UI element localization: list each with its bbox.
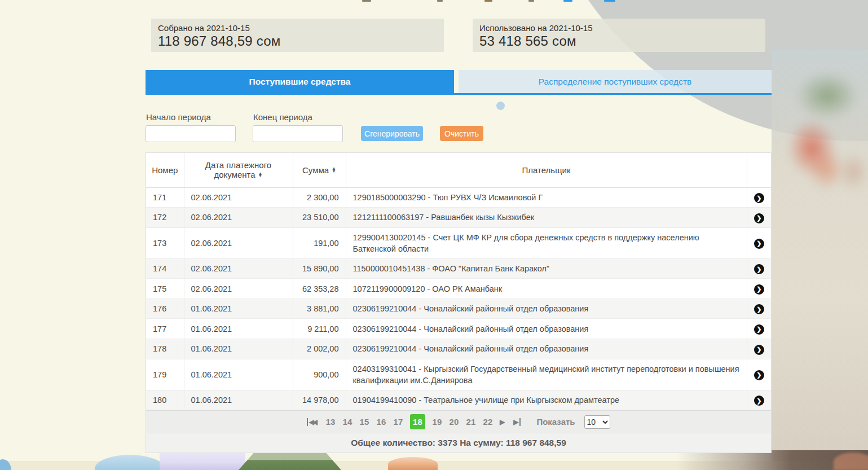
row-detail-button[interactable]: ❯	[754, 213, 764, 223]
period-start-label: Начало периода	[146, 112, 211, 122]
table-row: 180 01.06.2021 14 978,00 01904199410090 …	[146, 390, 771, 410]
page-number-active[interactable]: 18	[410, 414, 425, 429]
sort-icon[interactable]: ▲▼	[332, 168, 336, 173]
cell-number: 178	[146, 339, 184, 359]
next-page-icon[interactable]: ▶	[500, 418, 506, 426]
cell-amount: 2 002,00	[293, 339, 346, 359]
cell-number: 179	[146, 359, 184, 390]
table-row: 179 01.06.2021 900,00 02403199310041 - К…	[146, 359, 771, 390]
cell-date: 01.06.2021	[184, 339, 293, 359]
tab-distribution[interactable]: Распределение поступивших средств	[459, 70, 772, 93]
table-row: 178 01.06.2021 2 002,00 02306199210044 -…	[146, 339, 771, 359]
cell-payer: 02306199210044 - Чоналайский районный от…	[346, 319, 747, 339]
cell-date: 01.06.2021	[184, 298, 293, 319]
cell-number: 174	[146, 258, 184, 279]
tab-underline	[146, 93, 772, 95]
cell-amount: 9 211,00	[293, 319, 346, 339]
header-actions	[747, 153, 771, 187]
cell-payer: 01904199410090 - Театральное училище при…	[346, 390, 747, 410]
cell-number: 175	[146, 279, 184, 299]
loading-dot-decoration	[496, 102, 505, 110]
cell-amount: 15 890,00	[293, 258, 346, 279]
cell-number: 177	[146, 319, 184, 339]
cell-date: 01.06.2021	[184, 390, 293, 410]
row-detail-button[interactable]: ❯	[754, 324, 764, 335]
cell-amount: 14 978,00	[293, 390, 346, 410]
row-detail-button[interactable]: ❯	[754, 304, 764, 314]
table-row: 172 02.06.2021 23 510,00 121211110006319…	[146, 208, 771, 228]
cell-date: 02.06.2021	[184, 279, 293, 299]
first-page-icon[interactable]: ◀◀	[307, 418, 317, 426]
page-size-select[interactable]: 10	[584, 415, 610, 429]
table-row: 173 02.06.2021 191,00 1299004130020145 -…	[146, 227, 771, 258]
table-row: 175 02.06.2021 62 353,28 107211990000912…	[146, 279, 771, 299]
page-number[interactable]: 17	[393, 417, 403, 427]
header-amount[interactable]: Сумма▲▼	[293, 153, 346, 187]
period-start-input[interactable]	[146, 125, 236, 142]
collected-value: 118 967 848,59 сом	[158, 33, 437, 49]
cell-payer: 1290185000003290 - Тюп РУВХ Ч/З Исмаилов…	[346, 187, 747, 208]
cell-amount: 3 881,00	[293, 298, 346, 319]
header-payer: Плательщик	[346, 153, 747, 187]
row-detail-button[interactable]: ❯	[754, 370, 764, 380]
cell-payer: 02306199210044 - Чоналайский районный от…	[346, 339, 747, 359]
cell-payer: 1299004130020145 - Счет ЦК МФ КР для сбо…	[346, 227, 747, 258]
cell-date: 01.06.2021	[184, 359, 293, 390]
cell-amount: 191,00	[293, 227, 346, 258]
row-detail-button[interactable]: ❯	[754, 396, 764, 406]
page-number[interactable]: 22	[483, 417, 493, 427]
cell-amount: 900,00	[293, 359, 346, 390]
table-header-row: Номер Дата платежного документа▲▼ Сумма▲…	[146, 153, 771, 187]
page-number[interactable]: 13	[325, 417, 336, 427]
collected-label: Собрано на 2021-10-15	[158, 23, 437, 33]
used-summary-box: Использовано на 2021-10-15 53 418 565 со…	[473, 19, 765, 52]
cell-number: 172	[146, 208, 184, 228]
period-end-label: Конец периода	[253, 112, 312, 122]
tab-incoming-funds[interactable]: Поступившие средства	[146, 70, 454, 93]
cell-date: 02.06.2021	[184, 187, 293, 208]
row-detail-button[interactable]: ❯	[754, 345, 764, 355]
table-row: 176 01.06.2021 3 881,00 02306199210044 -…	[146, 298, 771, 319]
cell-payer: 02306199210044 - Чоналайский районный от…	[346, 298, 747, 319]
cell-payer: 1212111100063197 - Равшанбек кызы Кызжиб…	[346, 208, 747, 228]
page-number[interactable]: 14	[342, 417, 353, 427]
cell-number: 176	[146, 298, 184, 319]
collected-summary-box: Собрано на 2021-10-15 118 967 848,59 сом	[151, 19, 444, 52]
page: Собрано на 2021-10-15 118 967 848,59 сом…	[0, 0, 868, 470]
row-detail-button[interactable]: ❯	[754, 284, 764, 295]
row-detail-button[interactable]: ❯	[754, 264, 764, 274]
pagination-bar: ◀◀ 13 14 15 16 17 18 19 20 21 22 ▶ ▶ Пок…	[146, 410, 771, 433]
table-totals: Общее количество: 3373 На сумму: 118 967…	[146, 433, 771, 453]
table-row: 177 01.06.2021 9 211,00 02306199210044 -…	[146, 319, 771, 339]
generate-button[interactable]: Сгенерировать	[361, 126, 423, 141]
cell-payer: 02403199310041 - Кыргызский Государствен…	[346, 359, 747, 390]
row-detail-button[interactable]: ❯	[754, 193, 764, 203]
cell-number: 180	[146, 390, 184, 410]
page-number[interactable]: 20	[449, 417, 459, 427]
used-label: Использовано на 2021-10-15	[479, 23, 759, 33]
cell-date: 02.06.2021	[184, 208, 293, 228]
cell-number: 171	[146, 187, 184, 208]
header-date[interactable]: Дата платежного документа▲▼	[184, 153, 293, 187]
cell-date: 01.06.2021	[184, 319, 293, 339]
row-detail-button[interactable]: ❯	[754, 239, 764, 249]
page-number[interactable]: 21	[466, 417, 476, 427]
cell-date: 02.06.2021	[184, 258, 293, 279]
period-end-input[interactable]	[253, 125, 343, 142]
page-number[interactable]: 15	[359, 417, 369, 427]
show-label: Показать	[536, 417, 575, 427]
cell-amount: 23 510,00	[293, 208, 346, 228]
last-page-icon[interactable]: ▶	[513, 418, 521, 426]
table-row: 174 02.06.2021 15 890,00 115000001045143…	[146, 258, 771, 279]
cell-number: 173	[146, 227, 184, 258]
page-number[interactable]: 16	[376, 417, 386, 427]
cell-date: 02.06.2021	[184, 227, 293, 258]
cell-payer: 1072119900009120 - ОАО РК Аманбанк	[346, 279, 747, 299]
sort-icon[interactable]: ▲▼	[258, 173, 263, 178]
cell-amount: 62 353,28	[293, 279, 346, 299]
clear-button[interactable]: Очистить	[440, 126, 483, 141]
payments-table: Номер Дата платежного документа▲▼ Сумма▲…	[146, 153, 771, 410]
cell-payer: 1150000010451438 - ФОАО "Капитал Банк Ка…	[346, 258, 747, 279]
payments-table-container: Номер Дата платежного документа▲▼ Сумма▲…	[146, 152, 772, 453]
page-number[interactable]: 19	[432, 417, 442, 427]
